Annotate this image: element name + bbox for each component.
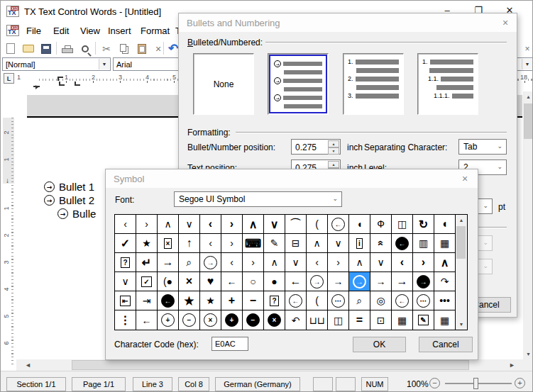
chevron-down-icon[interactable]: ▼ xyxy=(522,59,532,69)
symbol-cell[interactable]: = xyxy=(349,310,370,330)
symbol-cell[interactable]: ✓ xyxy=(136,272,158,291)
symbol-cell[interactable]: ‹ xyxy=(307,253,328,272)
symbol-cell[interactable]: ‹ xyxy=(115,215,136,234)
bullets-dialog-titlebar[interactable]: Bullets and Numbering × xyxy=(179,13,517,32)
symbol-cell[interactable]: ‹ xyxy=(221,253,243,272)
symbol-cell[interactable]: ★ xyxy=(136,234,158,253)
symbol-cell[interactable]: ↶ xyxy=(285,310,307,330)
symbol-cell[interactable]: ∧ xyxy=(307,234,328,253)
symbol-cell[interactable]: › xyxy=(328,253,349,272)
scroll-down-icon[interactable]: ▼ xyxy=(456,322,467,327)
symbol-cell[interactable]: ∨ xyxy=(115,272,136,291)
symbol-grid-scrollbar[interactable]: ▲ ▼ xyxy=(456,215,467,330)
symbol-cell[interactable]: ⊡ xyxy=(370,310,392,330)
symbol-cell[interactable]: ◖ xyxy=(434,215,456,234)
symbol-cell[interactable]: ▦ xyxy=(434,234,456,253)
symbol-cell[interactable]: ? xyxy=(264,291,285,310)
symbol-cell[interactable]: × xyxy=(179,272,200,291)
symbol-cell[interactable]: ⊟ xyxy=(285,234,307,253)
symbol-cell[interactable]: ↻ xyxy=(413,215,434,234)
symbol-cell[interactable]: ● xyxy=(264,272,285,291)
symbol-cell[interactable]: ✓ xyxy=(115,234,136,253)
spinner-down-icon[interactable]: ▼ xyxy=(328,147,339,155)
scroll-left-icon[interactable]: ◄ xyxy=(25,360,31,370)
symbol-cell[interactable]: ∧ xyxy=(434,253,456,272)
symbol-cell[interactable]: ⌕ xyxy=(179,253,200,272)
symbol-cell[interactable]: ∨ xyxy=(285,253,307,272)
grid-scrollbar-thumb[interactable] xyxy=(456,226,466,259)
symbol-cell[interactable]: (● xyxy=(158,272,179,291)
symbol-cell[interactable]: × xyxy=(200,310,221,330)
symbol-cell[interactable]: ⋮ xyxy=(115,310,136,330)
document-line-2[interactable]: → Bullet 2 xyxy=(44,194,94,206)
symbol-cell[interactable]: › xyxy=(221,215,243,234)
tab-arrow-marker[interactable] xyxy=(33,84,40,87)
symbol-cell[interactable]: → xyxy=(392,272,413,291)
bullet-position-spinner[interactable]: 0.275 ▲▼ xyxy=(291,139,341,155)
vertical-scrollbar-thumb[interactable] xyxy=(524,103,533,139)
vertical-scrollbar[interactable]: ▲ ▼ xyxy=(523,91,533,359)
chevron-down-icon[interactable]: ▼ xyxy=(99,59,109,69)
symbol-cell[interactable]: ← xyxy=(221,272,243,291)
symbol-cell[interactable]: − xyxy=(243,291,264,310)
symbol-cell[interactable]: ‹ xyxy=(200,234,221,253)
symbol-cell[interactable]: ∨ xyxy=(370,253,392,272)
symbol-cell[interactable]: + xyxy=(158,310,179,330)
bullet-style-arrows-selected[interactable]: → → → xyxy=(268,53,329,115)
symbol-ok-button[interactable]: OK xyxy=(353,337,406,352)
symbol-cell[interactable]: ∨ xyxy=(328,234,349,253)
spinner-up-icon[interactable]: ▲ xyxy=(328,161,339,168)
symbol-cell[interactable]: ⌨ xyxy=(243,234,264,253)
symbol-cell[interactable]: ← xyxy=(285,291,307,310)
horizontal-scrollbar-thumb[interactable] xyxy=(72,360,469,370)
symbol-cell[interactable]: → xyxy=(370,272,392,291)
tab-selector[interactable]: L xyxy=(4,73,14,84)
menu-edit[interactable]: Edit xyxy=(53,26,69,36)
symbol-cell[interactable]: × xyxy=(158,234,179,253)
symbol-cell[interactable]: ••• xyxy=(434,291,456,310)
menu-view[interactable]: View xyxy=(80,26,100,36)
symbol-cell[interactable]: ( xyxy=(307,215,328,234)
symbol-cell[interactable]: ★ xyxy=(200,291,221,310)
symbol-cell[interactable]: ← xyxy=(328,215,349,234)
symbol-cell[interactable]: ★ xyxy=(179,291,200,310)
symbol-cell[interactable]: ⌕ xyxy=(349,291,370,310)
symbol-cell[interactable]: ‹ xyxy=(392,253,413,272)
symbol-cell[interactable]: → xyxy=(328,272,349,291)
symbol-cell[interactable]: ▦ xyxy=(392,310,413,330)
cut-button[interactable]: ✂ xyxy=(99,41,114,56)
symbol-cell[interactable]: ◎ xyxy=(370,291,392,310)
menu-file[interactable]: File xyxy=(26,26,41,36)
symbol-cell[interactable]: + xyxy=(221,291,243,310)
symbol-cell[interactable]: → xyxy=(200,253,221,272)
paste-button[interactable] xyxy=(134,41,150,56)
hanging-indent-marker[interactable] xyxy=(59,82,65,86)
symbol-cell[interactable]: ‹ xyxy=(200,215,221,234)
symbol-cell[interactable]: → xyxy=(413,272,434,291)
symbol-cell[interactable]: ♥ xyxy=(200,272,221,291)
symbol-cell[interactable]: › xyxy=(136,215,158,234)
symbol-cell[interactable]: ✎ xyxy=(264,234,285,253)
symbol-cell[interactable]: ← xyxy=(392,234,413,253)
close-icon[interactable]: × xyxy=(498,16,512,29)
symbol-dialog-titlebar[interactable]: Symbol × xyxy=(106,169,478,188)
symbol-cell[interactable]: ∨ xyxy=(264,215,285,234)
chevron-down-icon[interactable]: ⌄ xyxy=(483,202,488,209)
zoom-out-icon[interactable]: − xyxy=(429,378,440,388)
symbol-cell[interactable]: ▦ xyxy=(434,310,456,330)
spinner-up-icon[interactable]: ▲ xyxy=(328,140,339,147)
zoom-in-icon[interactable]: + xyxy=(515,378,525,388)
symbol-cell[interactable]: + xyxy=(221,310,243,330)
symbol-cell[interactable]: › xyxy=(413,253,434,272)
bullet-style-none[interactable]: None xyxy=(193,53,254,115)
symbol-cell[interactable]: → xyxy=(307,272,328,291)
symbol-cell[interactable]: × xyxy=(264,310,285,330)
print-button[interactable] xyxy=(60,41,75,56)
symbol-cell[interactable]: ⌒ xyxy=(285,215,307,234)
menu-format[interactable]: Format xyxy=(141,26,170,36)
symbol-cell[interactable]: ▥ xyxy=(413,234,434,253)
symbol-cell[interactable]: ∧ xyxy=(264,253,285,272)
symbol-cell[interactable]: › xyxy=(243,253,264,272)
scroll-up-icon[interactable]: ▲ xyxy=(456,218,467,223)
symbol-cell[interactable]: Ф xyxy=(370,215,392,234)
